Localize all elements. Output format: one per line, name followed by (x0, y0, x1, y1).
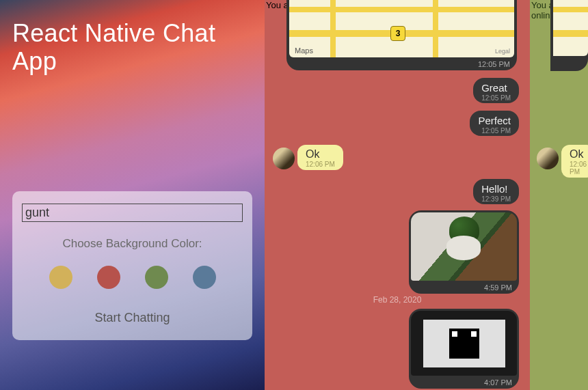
start-screen: React Native Chat App Choose Background … (0, 0, 265, 390)
chat-screen-red: You are online gunt! 3 Maps Legal 12:05 … (265, 0, 530, 390)
map-route-badge: 3 (390, 26, 405, 41)
message-timestamp: 12:06 PM (306, 161, 335, 168)
sent-message-bubble[interactable]: Perfect 12:05 PM (470, 111, 519, 136)
start-card: Choose Background Color: Start Chatting (12, 191, 252, 340)
username-input[interactable] (22, 204, 243, 222)
message-timestamp: 4:07 PM (409, 376, 519, 389)
app-title: React Native Chat App (0, 0, 265, 76)
color-swatch-yellow[interactable] (49, 266, 72, 289)
plant-photo (411, 212, 517, 281)
map-message-bubble[interactable]: 3 Maps Legal 12:05 PM (286, 0, 517, 70)
message-timestamp: 12:05 PM (481, 94, 511, 102)
avatar[interactable] (537, 148, 559, 169)
image-message-bubble[interactable]: 4:59 PM (409, 210, 519, 294)
message-text: Ok (306, 148, 319, 160)
map-legal-link[interactable]: Legal (495, 48, 510, 55)
sent-message-bubble[interactable]: Great 12:05 PM (473, 78, 519, 103)
message-timestamp: 12:05 PM (286, 57, 517, 70)
color-swatch-blue[interactable] (193, 266, 216, 289)
color-swatch-red[interactable] (97, 266, 120, 289)
received-message-bubble[interactable]: Ok 12:06 PM (561, 145, 588, 178)
map-preview[interactable]: 3 Maps Legal (289, 0, 514, 57)
message-timestamp: 12:39 PM (481, 195, 511, 203)
choose-bg-label: Choose Background Color: (62, 237, 202, 251)
color-swatch-row (49, 266, 216, 289)
apple-maps-label: Maps (293, 46, 313, 55)
message-text: Perfect (478, 115, 511, 126)
message-text: Great (481, 82, 507, 94)
message-text: Hello! (481, 183, 507, 195)
avatar[interactable] (273, 148, 295, 169)
sent-message-bubble[interactable]: Hello! 12:39 PM (473, 179, 519, 204)
received-message-bubble[interactable]: Ok 12:06 PM (297, 145, 343, 170)
qr-photo (411, 311, 517, 376)
map-preview (553, 0, 588, 56)
message-timestamp (550, 56, 588, 60)
message-text: Ok (570, 148, 583, 160)
message-timestamp: 12:05 PM (478, 127, 511, 135)
message-timestamp: 4:59 PM (409, 281, 519, 294)
date-separator: Feb 28, 2020 (265, 295, 530, 305)
start-chatting-button[interactable]: Start Chatting (86, 308, 178, 328)
image-message-bubble[interactable]: 4:07 PM (409, 309, 519, 389)
map-message-bubble[interactable] (550, 0, 588, 71)
chat-screen-green: You are online gunt! Ok 12:06 PM (530, 0, 588, 390)
message-timestamp: 12:06 PM (570, 161, 587, 176)
color-swatch-green[interactable] (145, 266, 168, 289)
